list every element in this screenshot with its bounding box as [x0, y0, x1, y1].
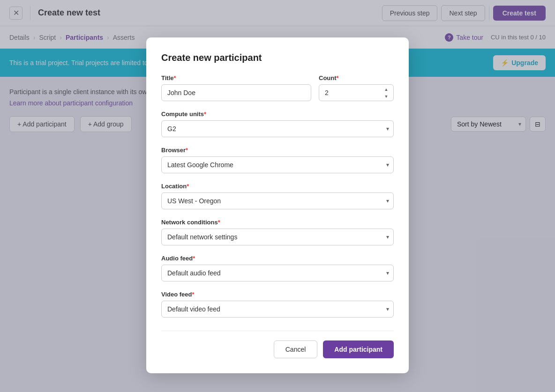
cu-required: *	[204, 111, 206, 118]
modal-title: Create new participant	[161, 52, 394, 63]
network-required: *	[218, 219, 220, 226]
browser-label: Browser*	[161, 147, 394, 154]
browser-select[interactable]: Latest Google Chrome Latest Firefox Late…	[161, 156, 394, 173]
video-group: Video feed* Default video feed Custom vi…	[161, 291, 394, 318]
compute-units-select-wrapper: G1 G2 G3 G4 ▾	[161, 120, 394, 137]
modal-overlay: Create new participant Title* Count* ▲ ▼	[0, 0, 555, 392]
audio-required: *	[193, 255, 195, 262]
count-up-button[interactable]: ▲	[381, 86, 392, 93]
title-required: *	[174, 74, 176, 81]
network-select-wrapper: Default network settings 3G 4G Cable ▾	[161, 229, 394, 245]
compute-units-label: Compute units*	[161, 111, 394, 118]
browser-required: *	[186, 147, 188, 154]
count-down-button[interactable]: ▼	[381, 93, 392, 100]
browser-group: Browser* Latest Google Chrome Latest Fir…	[161, 147, 394, 173]
network-select[interactable]: Default network settings 3G 4G Cable	[161, 229, 394, 245]
add-participant-submit-button[interactable]: Add participant	[323, 340, 394, 358]
network-group: Network conditions* Default network sett…	[161, 219, 394, 245]
create-participant-modal: Create new participant Title* Count* ▲ ▼	[146, 37, 409, 373]
audio-select-wrapper: Default audio feed Custom audio feed ▾	[161, 265, 394, 281]
location-required: *	[187, 183, 189, 190]
browser-select-wrapper: Latest Google Chrome Latest Firefox Late…	[161, 156, 394, 173]
count-field-group: Count* ▲ ▼	[319, 74, 394, 101]
audio-select[interactable]: Default audio feed Custom audio feed	[161, 265, 394, 281]
video-select[interactable]: Default video feed Custom video feed	[161, 301, 394, 318]
video-label: Video feed*	[161, 291, 394, 298]
location-select-wrapper: US West - Oregon US East - Virginia EU W…	[161, 192, 394, 209]
location-group: Location* US West - Oregon US East - Vir…	[161, 183, 394, 209]
network-label: Network conditions*	[161, 219, 394, 226]
location-select[interactable]: US West - Oregon US East - Virginia EU W…	[161, 192, 394, 209]
compute-units-select[interactable]: G1 G2 G3 G4	[161, 120, 394, 137]
audio-label: Audio feed*	[161, 255, 394, 262]
cancel-button[interactable]: Cancel	[274, 340, 318, 358]
title-label: Title*	[161, 74, 311, 81]
title-field-group: Title*	[161, 74, 311, 101]
compute-units-group: Compute units* G1 G2 G3 G4 ▾	[161, 111, 394, 137]
audio-group: Audio feed* Default audio feed Custom au…	[161, 255, 394, 281]
modal-footer: Cancel Add participant	[161, 331, 394, 358]
title-input[interactable]	[161, 84, 311, 101]
count-arrows: ▲ ▼	[381, 86, 392, 100]
count-wrapper: ▲ ▼	[319, 84, 394, 101]
location-label: Location*	[161, 183, 394, 190]
video-required: *	[192, 291, 195, 298]
count-label: Count*	[319, 74, 394, 81]
title-count-row: Title* Count* ▲ ▼	[161, 74, 394, 101]
video-select-wrapper: Default video feed Custom video feed ▾	[161, 301, 394, 318]
count-required: *	[337, 74, 339, 81]
